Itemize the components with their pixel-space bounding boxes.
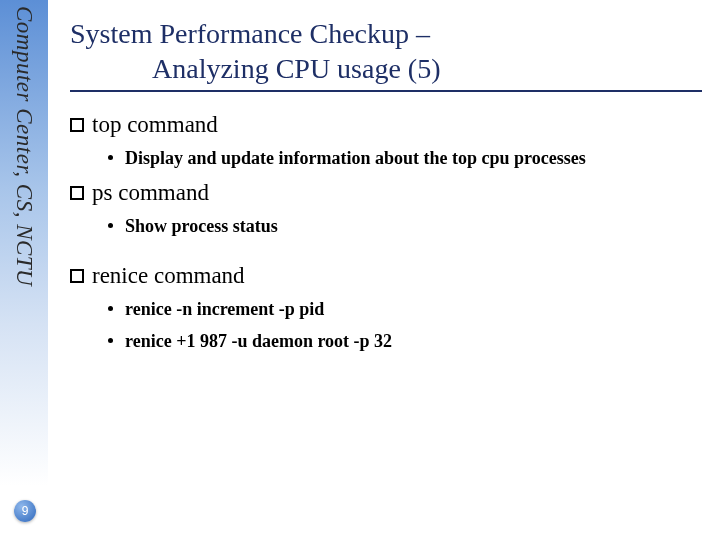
list-item: renice -n increment -p pid (108, 297, 702, 321)
slide: Computer Center, CS, NCTU 9 System Perfo… (0, 0, 720, 540)
title-line-2: Analyzing CPU usage (5) (70, 51, 702, 86)
dot-bullet-icon (108, 223, 113, 228)
section-heading-text: ps command (92, 180, 209, 206)
content-area: System Performance Checkup – Analyzing C… (70, 16, 702, 353)
list-item: renice +1 987 -u daemon root -p 32 (108, 329, 702, 353)
list-item: Display and update information about the… (108, 146, 702, 170)
list-item-text: renice -n increment -p pid (125, 297, 324, 321)
section-heading-text: top command (92, 112, 218, 138)
list-item-text: Display and update information about the… (125, 146, 586, 170)
title-rule (70, 90, 702, 92)
square-bullet-icon (70, 118, 84, 132)
square-bullet-icon (70, 186, 84, 200)
dot-bullet-icon (108, 155, 113, 160)
square-bullet-icon (70, 269, 84, 283)
section-heading: renice command (70, 263, 702, 289)
list-item-text: Show process status (125, 214, 278, 238)
section-heading-text: renice command (92, 263, 245, 289)
sidebar: Computer Center, CS, NCTU (0, 0, 48, 540)
list-item: Show process status (108, 214, 702, 238)
dot-bullet-icon (108, 338, 113, 343)
section-heading: ps command (70, 180, 702, 206)
section-heading: top command (70, 112, 702, 138)
page-number-badge: 9 (14, 500, 36, 522)
list-item-text: renice +1 987 -u daemon root -p 32 (125, 329, 392, 353)
title-block: System Performance Checkup – Analyzing C… (70, 16, 702, 92)
sidebar-label: Computer Center, CS, NCTU (11, 6, 37, 286)
body: top command Display and update informati… (70, 112, 702, 353)
title-line-1: System Performance Checkup – (70, 16, 702, 51)
dot-bullet-icon (108, 306, 113, 311)
